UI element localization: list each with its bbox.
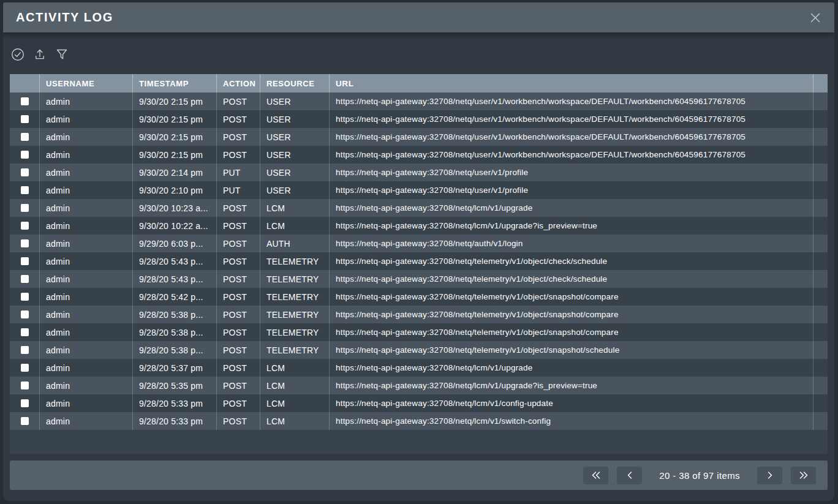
- row-filler-cell: [813, 128, 828, 146]
- cell-resource: TELEMETRY: [260, 288, 329, 306]
- cell-action: POST: [216, 92, 260, 110]
- cell-timestamp: 9/28/20 5:42 p...: [132, 288, 216, 306]
- row-filler-cell: [813, 323, 828, 341]
- row-checkbox[interactable]: [21, 382, 29, 389]
- row-checkbox[interactable]: [21, 204, 29, 212]
- cell-username: admin: [39, 128, 132, 146]
- row-filler-cell: [813, 235, 828, 252]
- dialog-titlebar: ACTIVITY LOG: [3, 2, 834, 32]
- table-header-row: USERNAME TIMESTAMP ACTION RESOURCE URL: [10, 74, 828, 92]
- filter-button[interactable]: [54, 47, 70, 62]
- row-checkbox[interactable]: [21, 133, 29, 141]
- cell-username: admin: [39, 164, 132, 181]
- header-url[interactable]: URL: [329, 74, 813, 92]
- row-select-cell: [10, 235, 39, 252]
- cell-action: POST: [216, 235, 260, 252]
- row-checkbox[interactable]: [21, 293, 29, 301]
- header-username[interactable]: USERNAME: [39, 74, 132, 92]
- row-checkbox[interactable]: [21, 399, 29, 407]
- cell-username: admin: [39, 270, 132, 288]
- cell-timestamp: 9/28/20 5:43 p...: [132, 252, 216, 270]
- cell-url: https://netq-api-gateway:32708/netq/user…: [329, 128, 813, 146]
- close-button[interactable]: [805, 7, 826, 28]
- filter-icon: [55, 47, 69, 62]
- cell-action: POST: [216, 146, 260, 164]
- cell-timestamp: 9/28/20 5:43 p...: [132, 270, 216, 288]
- cell-action: POST: [216, 377, 260, 394]
- table-row: admin9/30/20 2:14 pmPUTUSERhttps://netq-…: [10, 164, 828, 181]
- table-row: admin9/30/20 2:15 pmPOSTUSERhttps://netq…: [10, 110, 828, 128]
- cell-action: POST: [216, 199, 260, 217]
- row-checkbox[interactable]: [21, 328, 29, 336]
- row-checkbox[interactable]: [21, 310, 29, 318]
- row-checkbox[interactable]: [21, 97, 29, 105]
- cell-timestamp: 9/28/20 5:38 p...: [132, 341, 216, 359]
- cell-username: admin: [39, 288, 132, 306]
- header-resource[interactable]: RESOURCE: [260, 74, 329, 92]
- cell-url: https://netq-api-gateway:32708/netq/user…: [329, 164, 813, 181]
- row-checkbox[interactable]: [21, 275, 29, 283]
- cell-resource: LCM: [260, 412, 329, 430]
- row-checkbox[interactable]: [21, 364, 29, 372]
- table-row: admin9/29/20 6:03 p...POSTAUTHhttps://ne…: [10, 235, 828, 252]
- cell-timestamp: 9/30/20 10:22 a...: [132, 217, 216, 235]
- cell-timestamp: 9/28/20 5:38 p...: [132, 306, 216, 323]
- cell-resource: USER: [260, 92, 329, 110]
- last-page-button[interactable]: [791, 467, 816, 484]
- cell-resource: TELEMETRY: [260, 306, 329, 323]
- row-checkbox[interactable]: [21, 346, 29, 354]
- row-select-cell: [10, 377, 39, 394]
- cell-timestamp: 9/30/20 10:23 a...: [132, 199, 216, 217]
- toolbar: [10, 47, 834, 62]
- row-checkbox[interactable]: [21, 417, 29, 425]
- row-checkbox[interactable]: [21, 168, 29, 176]
- cell-timestamp: 9/30/20 2:15 pm: [132, 92, 216, 110]
- table-row: admin9/28/20 5:38 p...POSTTELEMETRYhttps…: [10, 341, 828, 359]
- cell-timestamp: 9/30/20 2:15 pm: [132, 128, 216, 146]
- cell-timestamp: 9/30/20 2:15 pm: [132, 110, 216, 128]
- header-action[interactable]: ACTION: [216, 74, 260, 92]
- cell-url: https://netq-api-gateway:32708/netq/lcm/…: [329, 199, 813, 217]
- row-select-cell: [10, 323, 39, 341]
- cell-url: https://netq-api-gateway:32708/netq/auth…: [329, 235, 813, 252]
- cell-timestamp: 9/28/20 5:33 pm: [132, 394, 216, 412]
- row-checkbox[interactable]: [21, 239, 29, 247]
- select-rows-button[interactable]: [10, 47, 26, 62]
- close-icon: [807, 10, 823, 26]
- cell-action: POST: [216, 128, 260, 146]
- cell-url: https://netq-api-gateway:32708/netq/tele…: [329, 306, 813, 323]
- cell-username: admin: [39, 412, 132, 430]
- activity-table: USERNAME TIMESTAMP ACTION RESOURCE URL a…: [10, 74, 828, 454]
- cell-username: admin: [39, 341, 132, 359]
- row-select-cell: [10, 270, 39, 288]
- row-checkbox[interactable]: [21, 186, 29, 194]
- cell-resource: LCM: [260, 377, 329, 394]
- header-timestamp[interactable]: TIMESTAMP: [132, 74, 216, 92]
- row-filler-cell: [813, 199, 828, 217]
- previous-page-button[interactable]: [617, 467, 642, 484]
- row-select-cell: [10, 164, 39, 181]
- table-row: admin9/30/20 10:22 a...POSTLCMhttps://ne…: [10, 217, 828, 235]
- next-page-button[interactable]: [757, 467, 782, 484]
- row-select-cell: [10, 306, 39, 323]
- table-row: admin9/30/20 2:15 pmPOSTUSERhttps://netq…: [10, 146, 828, 164]
- row-checkbox[interactable]: [21, 222, 29, 230]
- table-row: admin9/30/20 2:15 pmPOSTUSERhttps://netq…: [10, 128, 828, 146]
- cell-action: PUT: [216, 164, 260, 181]
- row-checkbox[interactable]: [21, 257, 29, 265]
- row-filler-cell: [813, 270, 828, 288]
- export-button[interactable]: [32, 47, 48, 62]
- cell-username: admin: [39, 377, 132, 394]
- row-filler-cell: [813, 412, 828, 430]
- first-page-button[interactable]: [583, 467, 608, 484]
- cell-action: POST: [216, 359, 260, 377]
- cell-resource: TELEMETRY: [260, 341, 329, 359]
- row-select-cell: [10, 128, 39, 146]
- cell-action: POST: [216, 341, 260, 359]
- row-checkbox[interactable]: [21, 115, 29, 123]
- cell-action: PUT: [216, 181, 260, 199]
- row-select-cell: [10, 412, 39, 430]
- cell-resource: TELEMETRY: [260, 252, 329, 270]
- table-row: admin9/30/20 2:15 pmPOSTUSERhttps://netq…: [10, 92, 828, 110]
- row-checkbox[interactable]: [21, 151, 29, 159]
